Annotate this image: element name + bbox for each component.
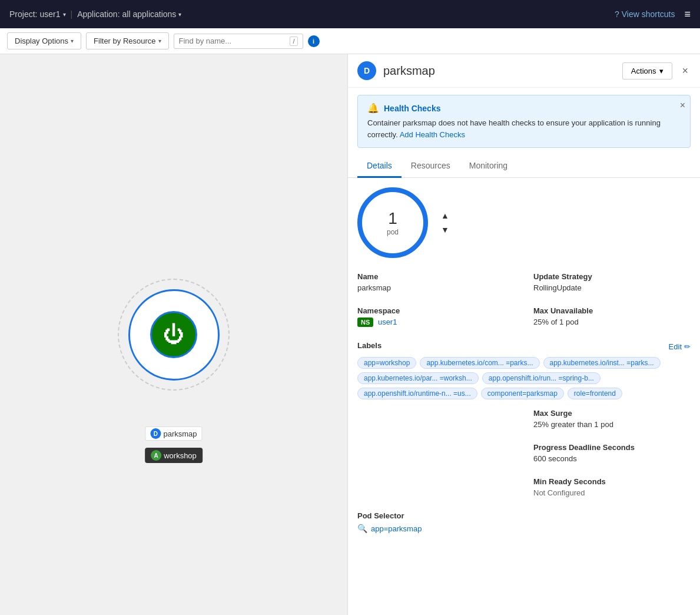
- top-nav-right: ? View shortcuts ≡: [615, 8, 691, 21]
- list-item[interactable]: app=workshop: [357, 357, 416, 369]
- pod-selector-search-icon: 🔍: [357, 524, 367, 533]
- main-content: ⏻ D parksmap A workshop D parksmap Actio…: [0, 54, 700, 615]
- add-health-checks-text: Add Health Checks: [400, 130, 465, 139]
- health-banner-text: Container parksmap does not have health …: [367, 117, 681, 140]
- view-shortcuts-label: View shortcuts: [622, 9, 675, 19]
- question-icon: ?: [615, 9, 619, 19]
- project-value: user1: [39, 9, 60, 19]
- toolbar: Display Options ▾ Filter by Resource ▾ /…: [0, 28, 700, 54]
- extra-detail-grid: Max Surge 25% greater than 1 pod Progres…: [357, 409, 691, 502]
- pod-ring: 1 pod: [357, 187, 428, 258]
- pod-selector-link[interactable]: app=parksmap: [371, 524, 422, 533]
- node-inner[interactable]: ⏻: [128, 289, 220, 381]
- progress-deadline-label: Progress Deadline Seconds: [533, 443, 691, 452]
- pod-selector-row: 🔍 app=parksmap: [357, 524, 691, 533]
- hamburger-btn[interactable]: ≡: [684, 8, 691, 21]
- ns-user-value: user1: [378, 318, 397, 326]
- project-selector: Project: user1 ▾ | Application: all appl…: [9, 9, 181, 19]
- project-label: Project:: [9, 9, 37, 19]
- name-value: parksmap: [357, 283, 515, 292]
- pod-increase-btn[interactable]: ▲: [437, 210, 453, 221]
- tab-monitoring[interactable]: Monitoring: [460, 155, 517, 178]
- filter-by-resource-btn[interactable]: Filter by Resource ▾: [86, 32, 168, 49]
- list-item[interactable]: app.openshift.io/runtime-n... =us...: [357, 388, 477, 399]
- tab-details[interactable]: Details: [357, 155, 402, 178]
- max-surge-section: Max Surge 25% greater than 1 pod: [533, 409, 691, 429]
- health-banner: 🔔 Health Checks × Container parksmap doe…: [357, 95, 691, 148]
- ns-badge: NS: [357, 318, 373, 327]
- project-dropdown-btn[interactable]: user1 ▾: [39, 9, 65, 19]
- search-shortcut-badge: /: [290, 37, 297, 46]
- pod-label: pod: [387, 228, 399, 236]
- max-unavailable-label: Max Unavailable: [533, 306, 691, 315]
- update-strategy-value: RollingUpdate: [533, 283, 691, 292]
- list-item[interactable]: app.openshift.io/run... =spring-b...: [482, 372, 601, 384]
- right-panel: D parksmap Actions ▾ × 🔔 Health Checks ×…: [347, 54, 700, 615]
- search-wrapper: /: [174, 34, 303, 49]
- labels-header: Labels Edit ✏: [357, 341, 691, 352]
- close-btn[interactable]: ×: [679, 62, 691, 80]
- name-section: Name parksmap: [357, 272, 515, 292]
- display-options-btn[interactable]: Display Options ▾: [7, 32, 81, 49]
- labels-section: Labels Edit ✏ app=workshop app.kubernete…: [357, 341, 691, 399]
- edit-label: Edit: [669, 342, 682, 351]
- left-panel: ⏻ D parksmap A workshop: [0, 54, 347, 615]
- pod-counter-section: 1 pod ▲ ▼: [357, 187, 691, 258]
- list-item[interactable]: app.kubernetes.io/inst... =parks...: [543, 357, 661, 369]
- labels-list: app=workshop app.kubernetes.io/com... =p…: [357, 357, 691, 399]
- pod-decrease-btn[interactable]: ▼: [437, 224, 453, 236]
- namespace-label: Namespace: [357, 306, 515, 315]
- view-shortcuts-link[interactable]: ? View shortcuts: [615, 9, 675, 19]
- pod-selector-section: Pod Selector 🔍 app=parksmap: [357, 511, 691, 533]
- close-icon: ×: [682, 65, 688, 77]
- ns-badge-text: NS: [361, 319, 370, 326]
- progress-deadline-value: 600 seconds: [533, 454, 691, 463]
- health-banner-close-btn[interactable]: ×: [680, 100, 685, 111]
- application-value: all applications: [122, 9, 177, 19]
- project-caret-icon: ▾: [63, 11, 66, 18]
- health-checks-title: Health Checks: [384, 104, 440, 113]
- name-label: Name: [357, 272, 515, 281]
- filter-by-resource-label: Filter by Resource: [94, 37, 155, 45]
- workshop-badge-text: workshop: [164, 451, 197, 460]
- actions-btn[interactable]: Actions ▾: [622, 62, 673, 80]
- search-input[interactable]: [179, 37, 288, 45]
- min-ready-value: Not Configured: [533, 488, 691, 497]
- display-options-label: Display Options: [15, 37, 68, 45]
- tab-resources[interactable]: Resources: [402, 155, 460, 178]
- list-item[interactable]: app.kubernetes.io/par... =worksh...: [357, 372, 479, 384]
- workshop-badge-a: A: [151, 450, 161, 461]
- list-item[interactable]: component=parksmap: [481, 388, 564, 399]
- list-item[interactable]: app.kubernetes.io/com... =parks...: [420, 357, 539, 369]
- workshop-badge[interactable]: A workshop: [145, 448, 203, 463]
- node-label[interactable]: D parksmap: [145, 426, 202, 441]
- app-title: parksmap: [383, 64, 615, 78]
- update-strategy-label: Update Strategy: [533, 272, 691, 281]
- top-nav: Project: user1 ▾ | Application: all appl…: [0, 0, 700, 28]
- spacer3: [357, 477, 515, 502]
- labels-edit-btn[interactable]: Edit ✏: [669, 342, 691, 351]
- spacer: [357, 409, 515, 434]
- detail-grid: Name parksmap Update Strategy RollingUpd…: [357, 272, 691, 332]
- pod-selector-value: app=parksmap: [371, 524, 422, 533]
- pod-count: 1: [388, 209, 397, 228]
- namespace-value: NS user1: [357, 318, 515, 327]
- add-health-checks-link[interactable]: Add Health Checks: [400, 130, 465, 139]
- info-icon: i: [313, 38, 314, 45]
- namespace-section: Namespace NS user1: [357, 306, 515, 327]
- node-icon-circle: ⏻: [150, 311, 197, 358]
- max-unavailable-value: 25% of 1 pod: [533, 318, 691, 326]
- bell-icon: 🔔: [367, 102, 379, 114]
- application-dropdown-btn[interactable]: all applications ▾: [122, 9, 182, 19]
- labels-label: Labels: [357, 341, 381, 350]
- display-options-caret-icon: ▾: [71, 38, 74, 44]
- ns-user-link[interactable]: user1: [378, 318, 397, 326]
- power-icon: ⏻: [163, 322, 184, 347]
- list-item[interactable]: role=frontend: [568, 388, 622, 399]
- update-strategy-section: Update Strategy RollingUpdate: [533, 272, 691, 292]
- separator: |: [71, 9, 73, 19]
- info-btn[interactable]: i: [308, 35, 320, 47]
- actions-caret-icon: ▾: [659, 67, 663, 75]
- pod-controls: ▲ ▼: [437, 210, 453, 236]
- node-label-d: D: [150, 428, 161, 439]
